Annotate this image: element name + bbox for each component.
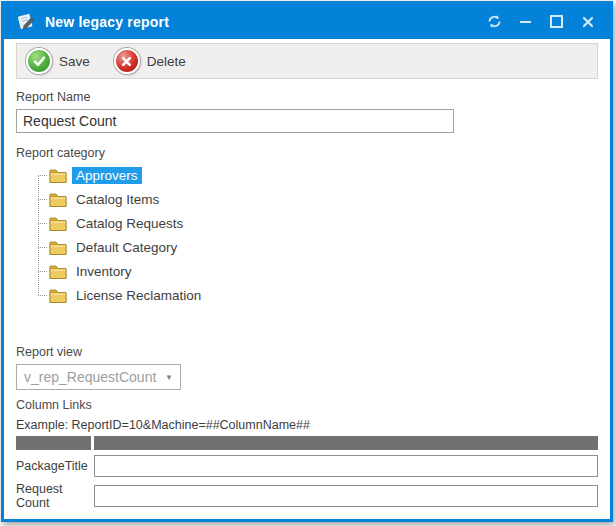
window-title: New legacy report <box>45 14 169 30</box>
tree-item[interactable]: Approvers <box>38 163 598 187</box>
dropdown-arrow-icon: ▼ <box>165 373 173 382</box>
tree-item[interactable]: License Reclamation <box>38 283 598 307</box>
report-view-dropdown[interactable]: v_rep_RequestCount ▼ <box>16 364 181 390</box>
report-name-input[interactable] <box>16 109 454 133</box>
folder-icon <box>49 288 67 303</box>
toolbar: Save Delete <box>16 43 598 79</box>
folder-icon <box>49 240 67 255</box>
tree-item-label: License Reclamation <box>72 287 205 304</box>
tree-item-label: Approvers <box>72 167 142 184</box>
tree-item[interactable]: Inventory <box>38 259 598 283</box>
dialog-window: New legacy report <box>1 1 613 522</box>
grid-row: PackageTitle <box>16 455 598 477</box>
save-check-icon <box>26 48 52 74</box>
tree-connector <box>38 271 47 272</box>
window-controls <box>487 14 595 29</box>
column-links-example: Example: ReportID=10&Machine=##ColumnNam… <box>16 418 598 432</box>
grid-row-input[interactable] <box>94 485 598 507</box>
tree-connector <box>38 175 47 176</box>
refresh-icon[interactable] <box>487 14 502 29</box>
tree-connector <box>38 199 47 200</box>
tree-item[interactable]: Default Category <box>38 235 598 259</box>
delete-button[interactable]: Delete <box>114 48 186 74</box>
grid-row-label: PackageTitle <box>16 459 94 473</box>
folder-icon <box>49 216 67 231</box>
titlebar: New legacy report <box>4 4 610 39</box>
tree-item[interactable]: Catalog Items <box>38 187 598 211</box>
delete-x-icon <box>114 48 140 74</box>
tree-connector <box>38 295 47 296</box>
tree-connector <box>38 247 47 248</box>
folder-icon <box>49 168 67 183</box>
save-label: Save <box>59 54 90 69</box>
column-links-grid: PackageTitleRequest Count <box>16 455 598 510</box>
report-pencil-icon <box>15 12 36 31</box>
tree-item[interactable]: Catalog Requests <box>38 211 598 235</box>
tree-connector <box>38 223 47 224</box>
report-name-label: Report Name <box>16 90 598 104</box>
maximize-icon[interactable] <box>549 14 564 29</box>
folder-icon <box>49 192 67 207</box>
report-view-label: Report view <box>16 345 598 359</box>
grid-row-label: Request Count <box>16 482 94 510</box>
grid-header-cell <box>16 436 91 450</box>
tree-item-label: Catalog Items <box>72 191 163 208</box>
tree-item-label: Default Category <box>72 239 181 256</box>
grid-row-input[interactable] <box>94 455 598 477</box>
folder-icon <box>49 264 67 279</box>
grid-row: Request Count <box>16 482 598 510</box>
delete-label: Delete <box>147 54 186 69</box>
minimize-icon[interactable] <box>518 14 533 29</box>
tree-item-label: Catalog Requests <box>72 215 187 232</box>
dialog-content: Save Delete Report Name Report category … <box>4 43 610 517</box>
close-icon[interactable] <box>580 14 595 29</box>
report-category-label: Report category <box>16 146 598 160</box>
tree-guide-line <box>38 175 39 295</box>
column-links-grid-header <box>16 436 598 450</box>
column-links-label: Column Links <box>16 398 598 412</box>
grid-header-cell <box>94 436 598 450</box>
save-button[interactable]: Save <box>26 48 90 74</box>
report-view-value: v_rep_RequestCount <box>24 369 165 385</box>
category-tree: ApproversCatalog ItemsCatalog RequestsDe… <box>38 163 598 307</box>
tree-item-label: Inventory <box>72 263 136 280</box>
